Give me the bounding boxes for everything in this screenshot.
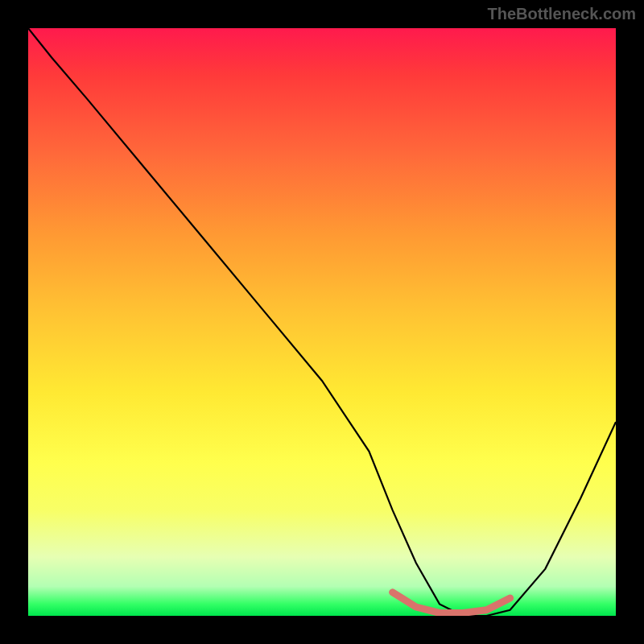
watermark-text: TheBottleneck.com	[488, 5, 636, 23]
plot-area	[28, 28, 616, 616]
highlight-segment	[393, 592, 510, 613]
curve-svg	[28, 28, 616, 616]
chart-container: TheBottleneck.com	[0, 0, 644, 644]
bottleneck-curve	[28, 28, 616, 616]
